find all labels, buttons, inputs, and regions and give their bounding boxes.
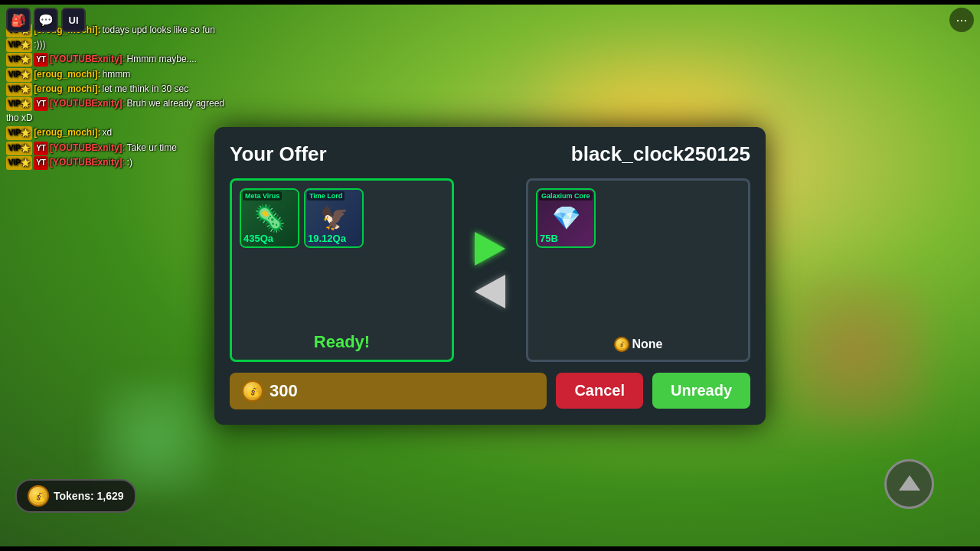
their-items-grid: 💎 Galaxium Core 75B <box>536 188 740 331</box>
item-time-lord[interactable]: 🦅 Time Lord 19.12Qa <box>304 188 364 248</box>
item-value: 75B <box>540 233 558 244</box>
item-meta-virus[interactable]: 🦠 Meta Virus 435Qa <box>240 188 299 248</box>
item-emoji: 🦠 <box>253 203 286 233</box>
item-label: Galaxium Core <box>539 191 593 201</box>
arrow-left-icon <box>475 275 505 308</box>
item-emoji: 💎 <box>552 204 580 231</box>
their-coins-row: 💰 None <box>536 337 740 352</box>
coin-icon-small: 💰 <box>614 337 629 352</box>
trade-modal: Your Offer black_clock250125 🦠 Meta Viru… <box>214 127 766 425</box>
modal-header: Your Offer black_clock250125 <box>230 142 750 166</box>
modal-overlay: Your Offer black_clock250125 🦠 Meta Viru… <box>0 0 980 551</box>
item-value: 19.12Qa <box>308 233 346 244</box>
their-coins-label: None <box>632 337 663 351</box>
your-offer-title: Your Offer <box>230 142 327 166</box>
your-trade-panel: 🦠 Meta Virus 435Qa 🦅 Time Lord 19.12Qa <box>230 178 454 362</box>
item-label: Meta Virus <box>243 191 282 201</box>
coin-icon: 💰 <box>242 380 263 402</box>
item-value: 435Qa <box>243 233 273 244</box>
trade-arrows <box>463 178 517 362</box>
their-trade-panel: 💎 Galaxium Core 75B 💰 None <box>526 178 750 362</box>
opponent-name: black_clock250125 <box>571 142 750 166</box>
your-coins-amount: 300 <box>270 381 298 401</box>
item-galaxium-core[interactable]: 💎 Galaxium Core 75B <box>536 188 596 248</box>
item-emoji: 🦅 <box>320 204 348 231</box>
your-coins-bar: 💰 300 <box>230 373 547 409</box>
arrow-right-icon <box>475 232 505 266</box>
your-items-grid: 🦠 Meta Virus 435Qa 🦅 Time Lord 19.12Qa <box>240 188 444 326</box>
modal-body: 🦠 Meta Virus 435Qa 🦅 Time Lord 19.12Qa <box>230 178 750 362</box>
modal-bottom: 💰 300 Cancel Unready <box>230 373 750 409</box>
ready-status: Ready! <box>240 332 444 352</box>
item-label: Time Lord <box>307 191 345 201</box>
cancel-button[interactable]: Cancel <box>556 373 643 409</box>
unready-button[interactable]: Unready <box>652 373 750 409</box>
